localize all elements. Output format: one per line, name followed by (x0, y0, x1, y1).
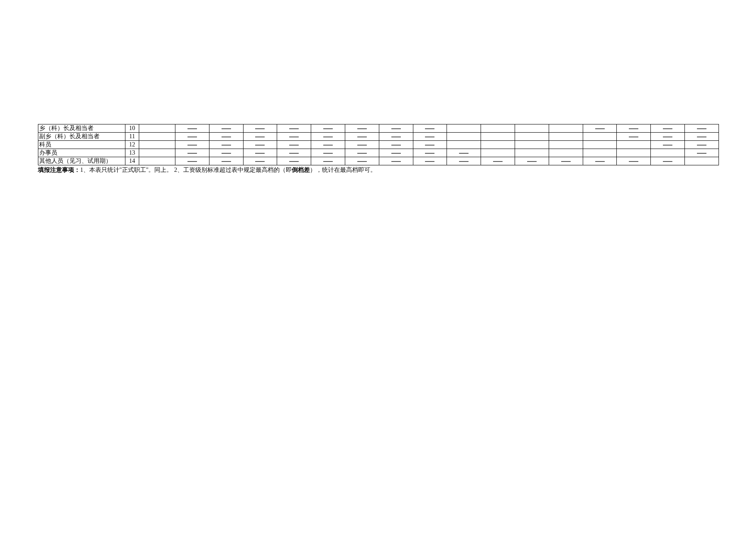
cell (243, 141, 277, 149)
cell (549, 157, 583, 165)
dash-icon (425, 161, 434, 162)
cell (583, 124, 617, 133)
dash-icon (323, 161, 333, 162)
dash-icon (357, 153, 367, 154)
row-label: 乡（科）长及相当者 (38, 124, 125, 133)
cell (277, 149, 311, 157)
dash-icon (595, 128, 605, 129)
cell (139, 141, 175, 149)
cell (651, 141, 685, 149)
cell (311, 157, 345, 165)
cell (379, 124, 413, 133)
cell (515, 141, 549, 149)
cell (617, 141, 651, 149)
dash-icon (289, 145, 299, 146)
dash-icon (493, 161, 503, 162)
row-number: 12 (125, 141, 139, 149)
table-row: 科员12 (38, 141, 719, 149)
cell (175, 149, 209, 157)
cell (379, 133, 413, 141)
cell (379, 141, 413, 149)
cell (481, 124, 515, 133)
cell (345, 141, 379, 149)
dash-icon (663, 145, 672, 146)
row-label: 其他人员（见习、试用期） (38, 157, 125, 165)
cell (311, 141, 345, 149)
cell (481, 133, 515, 141)
cell (685, 149, 719, 157)
cell (209, 133, 243, 141)
cell (685, 157, 719, 165)
dash-icon (323, 153, 333, 154)
cell (209, 124, 243, 133)
cell (447, 133, 481, 141)
dash-icon (289, 161, 299, 162)
cell (175, 133, 209, 141)
dash-icon (527, 161, 537, 162)
dash-icon (357, 137, 367, 137)
dash-icon (629, 137, 638, 137)
cell (243, 157, 277, 165)
cell (583, 157, 617, 165)
cell (413, 157, 447, 165)
cell (243, 124, 277, 133)
dash-icon (255, 153, 265, 154)
cell (651, 133, 685, 141)
cell (515, 124, 549, 133)
dash-icon (255, 161, 265, 162)
dash-icon (629, 128, 638, 129)
dash-icon (323, 137, 333, 137)
cell (345, 157, 379, 165)
dash-icon (459, 161, 469, 162)
cell (685, 133, 719, 141)
cell (311, 124, 345, 133)
cell (413, 149, 447, 157)
cell (413, 124, 447, 133)
dash-icon (697, 153, 706, 154)
dash-icon (255, 137, 265, 137)
dash-icon (391, 161, 401, 162)
dash-icon (459, 153, 469, 154)
dash-icon (391, 153, 401, 154)
dash-icon (425, 128, 434, 129)
cell (617, 133, 651, 141)
cell (481, 149, 515, 157)
dash-icon (289, 153, 299, 154)
cell (139, 133, 175, 141)
cell (481, 141, 515, 149)
dash-icon (663, 137, 672, 137)
cell (345, 133, 379, 141)
footnote: 填报注意事项：1、本表只统计"正式职工"。同上。 2、工资级别标准超过表中规定最… (38, 166, 719, 174)
cell (209, 157, 243, 165)
dash-icon (663, 161, 672, 162)
dash-icon (187, 137, 197, 137)
row-number: 11 (125, 133, 139, 141)
dash-icon (357, 161, 367, 162)
cell (345, 149, 379, 157)
cell (413, 133, 447, 141)
cell (617, 124, 651, 133)
dash-icon (697, 137, 706, 137)
dash-icon (323, 128, 333, 129)
cell (515, 157, 549, 165)
table-row: 乡（科）长及相当者10 (38, 124, 719, 133)
dash-icon (222, 153, 231, 154)
note-prefix: 填报注意事项： (38, 167, 80, 173)
cell (379, 149, 413, 157)
dash-icon (187, 145, 197, 146)
note-part2: ），统计在最高档即可。 (310, 167, 376, 173)
dash-icon (629, 161, 638, 162)
dash-icon (222, 137, 231, 137)
cell (175, 124, 209, 133)
cell (549, 149, 583, 157)
dash-icon (391, 137, 401, 137)
cell (617, 157, 651, 165)
dash-icon (187, 161, 197, 162)
cell (447, 157, 481, 165)
dash-icon (323, 145, 333, 146)
row-label: 科员 (38, 141, 125, 149)
cell (583, 141, 617, 149)
cell (175, 141, 209, 149)
cell (481, 157, 515, 165)
dash-icon (187, 153, 197, 154)
